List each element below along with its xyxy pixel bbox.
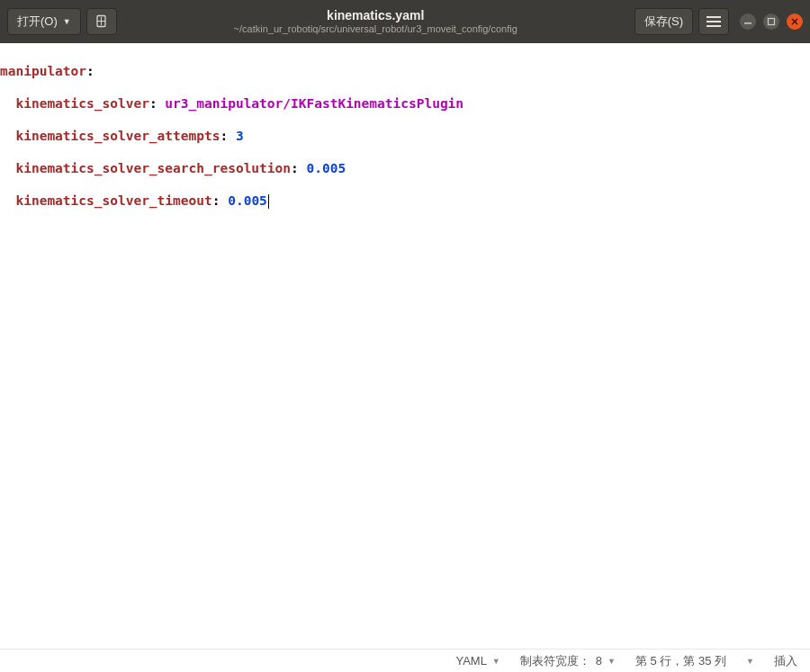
code-line-2: kinematics_solver: ur3_manipulator/IKFas… — [0, 95, 810, 112]
save-button[interactable]: 保存(S) — [634, 8, 693, 35]
svg-rect-6 — [744, 22, 752, 24]
cursor-position-label: 第 5 行，第 35 列 — [635, 653, 726, 669]
text-cursor — [268, 194, 269, 209]
chevron-down-icon: ▼ — [608, 657, 616, 666]
chevron-down-icon: ▼ — [63, 17, 71, 26]
maximize-button[interactable] — [763, 13, 779, 30]
syntax-mode-label: YAML — [455, 654, 486, 668]
open-label: 打开(O) — [17, 13, 58, 30]
editor-area[interactable]: manipulator: kinematics_solver: ur3_mani… — [0, 43, 810, 649]
svg-rect-3 — [706, 16, 721, 18]
tab-width-label: 制表符宽度： — [520, 653, 590, 669]
insert-mode-label: 插入 — [774, 653, 797, 669]
chevron-down-icon: ▼ — [746, 657, 754, 666]
maximize-icon — [767, 17, 776, 26]
cursor-position[interactable]: 第 5 行，第 35 列 — [635, 653, 726, 669]
tab-width-button[interactable]: 制表符宽度： 8 ▼ — [520, 653, 616, 669]
chevron-down-icon: ▼ — [492, 657, 500, 666]
tab-width-value: 8 — [596, 654, 602, 668]
hamburger-icon — [706, 16, 721, 27]
svg-rect-4 — [706, 21, 721, 22]
code-line-3: kinematics_solver_attempts: 3 — [0, 128, 810, 144]
document-icon — [94, 14, 109, 29]
svg-rect-5 — [706, 25, 721, 27]
syntax-mode-button[interactable]: YAML ▼ — [455, 654, 500, 668]
file-name: kinematics.yaml — [122, 8, 629, 23]
minimize-icon — [743, 17, 752, 26]
open-button[interactable]: 打开(O) ▼ — [7, 8, 81, 35]
titlebar: 打开(O) ▼ kinematics.yaml ~/catkin_ur_robo… — [0, 0, 810, 43]
svg-rect-7 — [769, 19, 775, 25]
code-line-1: manipulator: — [0, 63, 810, 79]
file-path: ~/catkin_ur_robotiq/src/universal_robot/… — [122, 23, 629, 35]
minimize-button[interactable] — [740, 13, 756, 30]
code-line-5: kinematics_solver_timeout: 0.005 — [0, 193, 810, 209]
save-label: 保存(S) — [644, 13, 683, 30]
close-button[interactable] — [787, 13, 803, 30]
new-document-button[interactable] — [86, 8, 117, 35]
window-controls — [740, 13, 803, 30]
insert-mode[interactable]: 插入 — [774, 653, 797, 669]
svg-rect-2 — [101, 17, 102, 25]
menu-button[interactable] — [698, 8, 729, 35]
code-line-4: kinematics_solver_search_resolution: 0.0… — [0, 160, 810, 176]
statusbar: YAML ▼ 制表符宽度： 8 ▼ 第 5 行，第 35 列 ▼ 插入 — [0, 649, 810, 672]
window-title: kinematics.yaml ~/catkin_ur_robotiq/src/… — [122, 8, 629, 35]
close-icon — [790, 17, 799, 26]
